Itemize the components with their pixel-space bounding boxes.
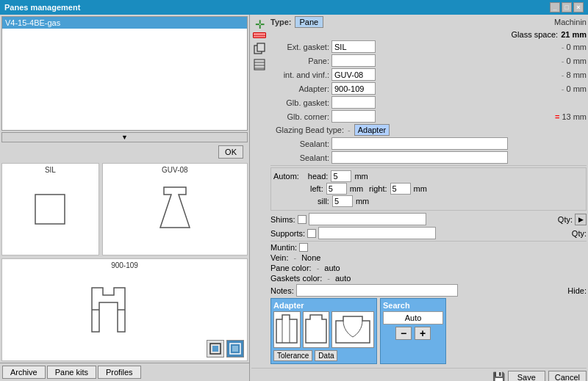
ext-gasket-label: Ext. gasket:: [270, 43, 329, 51]
autom-label: Autom:: [273, 172, 299, 181]
machining-label: Machinin: [554, 18, 587, 26]
glb-corner-input[interactable]: [331, 110, 376, 123]
adapter-field-input[interactable]: [331, 82, 376, 95]
glass-space-label: Glass space:: [512, 30, 559, 39]
right-panel: ✛ —: [250, 15, 588, 381]
autom-left-label: left:: [310, 184, 323, 193]
notes-row: Notes: Hide:: [270, 284, 587, 297]
sealant1-row: Sealant:: [270, 137, 587, 150]
sealant1-input[interactable]: [331, 137, 508, 150]
pane-label: Pane:: [270, 57, 329, 65]
vein-value: None: [301, 253, 320, 262]
archive-tab[interactable]: Archive: [2, 366, 46, 379]
autom-section: Autom: head: mm left: mm right: mm: [270, 167, 587, 211]
adapter-mm: 0 mm: [567, 84, 587, 93]
action-icons: ✛ —: [251, 16, 268, 73]
footer-tabs: Archive Pane kits Profiles: [0, 363, 249, 381]
supports-row: Supports: Qty:: [270, 227, 587, 239]
shims-checkbox[interactable]: [298, 215, 306, 224]
search-plus-button[interactable]: +: [415, 327, 431, 340]
glass-space-value: 21 mm: [561, 30, 587, 39]
svg-rect-6: [257, 43, 265, 51]
guv08-label: GUV-08: [162, 166, 188, 174]
autom-head-input[interactable]: [331, 170, 351, 182]
adapter-field-label: Adapter:: [270, 84, 329, 93]
sealant2-input[interactable]: [331, 151, 508, 164]
notes-input[interactable]: [296, 284, 458, 297]
type-label: Type:: [270, 18, 292, 26]
profile-icon-1[interactable]: [207, 340, 224, 358]
sil-shape: [28, 187, 72, 231]
profile-item[interactable]: V4-15-4BE-gas: [2, 17, 247, 29]
maximize-button[interactable]: □: [562, 2, 572, 12]
gaskets-color-value: auto: [335, 274, 351, 283]
autom-sill-input[interactable]: [332, 195, 353, 207]
glazing-bead-value: Adapter: [354, 124, 390, 136]
list-icon[interactable]: [253, 58, 266, 71]
vein-label: Vein:: [270, 253, 288, 262]
supports-qty-label: Qty:: [572, 229, 587, 238]
glb-gasket-input[interactable]: [331, 96, 376, 109]
pane-input[interactable]: [331, 54, 376, 67]
sealant1-label: Sealant:: [270, 139, 329, 148]
adapter-icon-3[interactable]: [331, 311, 374, 348]
search-minus-button[interactable]: −: [395, 327, 412, 340]
gaskets-color-label: Gaskets color:: [270, 274, 322, 283]
int-vinf-input[interactable]: [331, 68, 376, 81]
minimize-button[interactable]: _: [550, 2, 560, 12]
shims-row: Shims: Qty: ▶: [270, 213, 587, 225]
autom-sill-row: sill: mm: [273, 195, 584, 207]
autom-right-unit: mm: [414, 184, 427, 193]
ext-gasket-input[interactable]: [331, 40, 376, 53]
search-auto-value: Auto: [383, 311, 443, 324]
adapter-icon-2[interactable]: [303, 311, 330, 348]
title-bar: Panes management _ □ ×: [0, 0, 588, 15]
tolerance-data-buttons: Tolerance Data: [273, 350, 374, 361]
copy-icon[interactable]: [253, 42, 266, 55]
autom-left-unit: mm: [350, 184, 363, 193]
shims-input[interactable]: [309, 213, 426, 225]
notes-label: Notes:: [270, 286, 294, 295]
muntin-row: Muntin:: [270, 243, 587, 252]
glb-corner-label: Glb. corner:: [270, 112, 329, 121]
supports-checkbox[interactable]: [307, 229, 316, 238]
autom-sill-label: sill:: [318, 197, 329, 206]
sealant2-label: Sealant:: [270, 153, 329, 162]
scroll-down-arrow[interactable]: ▼: [1, 132, 248, 142]
tolerance-button[interactable]: Tolerance: [273, 350, 312, 361]
int-vinf-row: int. and vinf.: - 8 mm: [270, 68, 587, 81]
autom-sill-unit: mm: [356, 197, 369, 206]
adapter-box: Adapter: [270, 298, 377, 364]
pane-color-label: Pane color:: [270, 264, 312, 272]
profile-icon-2[interactable]: [226, 340, 244, 358]
preview-cell-sil: SIL: [1, 163, 99, 255]
hide-label: Hide:: [567, 286, 587, 295]
svg-rect-0: [35, 195, 65, 224]
type-value: Pane: [295, 16, 324, 28]
search-box: Search Auto − +: [380, 298, 446, 364]
ext-gasket-mm: 0 mm: [567, 43, 587, 51]
type-row: Type: Pane Machinin: [270, 16, 587, 28]
remove-icon[interactable]: —: [253, 32, 266, 38]
ok-button[interactable]: OK: [218, 145, 243, 159]
int-vinf-dash: -: [562, 70, 564, 79]
profiles-tab[interactable]: Profiles: [98, 366, 141, 379]
data-button[interactable]: Data: [315, 350, 337, 361]
save-button[interactable]: Save: [508, 371, 545, 381]
autom-head-row: Autom: head: mm: [273, 170, 584, 182]
muntin-checkbox[interactable]: [299, 243, 308, 252]
pane-kits-tab[interactable]: Pane kits: [47, 366, 96, 379]
sealant2-row: Sealant:: [270, 151, 587, 164]
right-bottom-bar: 💾 Save Cancel: [251, 368, 587, 381]
autom-right-input[interactable]: [390, 183, 411, 195]
autom-left-input[interactable]: [326, 183, 347, 195]
preview-cell-900-109: 900-109: [1, 258, 248, 361]
shims-qty-icon[interactable]: ▶: [575, 214, 587, 225]
supports-input[interactable]: [318, 227, 436, 239]
bottom-section: Adapter: [270, 298, 587, 364]
cancel-button[interactable]: Cancel: [548, 371, 587, 381]
glb-gasket-row: Glb. gasket:: [270, 96, 587, 109]
profile-list[interactable]: V4-15-4BE-gas: [1, 16, 248, 131]
close-button[interactable]: ×: [573, 2, 584, 12]
adapter-icon-1[interactable]: [273, 311, 301, 348]
